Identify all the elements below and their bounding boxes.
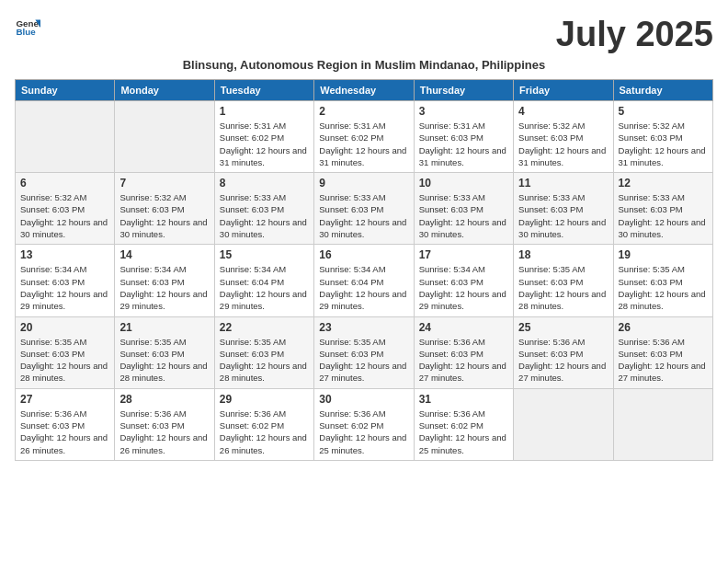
- calendar-cell: 6Sunrise: 5:32 AM Sunset: 6:03 PM Daylig…: [16, 173, 115, 245]
- calendar-cell: 31Sunrise: 5:36 AM Sunset: 6:02 PM Dayli…: [414, 388, 513, 460]
- calendar-cell: 15Sunrise: 5:34 AM Sunset: 6:04 PM Dayli…: [214, 245, 313, 316]
- calendar-cell: 24Sunrise: 5:36 AM Sunset: 6:03 PM Dayli…: [414, 316, 513, 388]
- calendar-cell: 10Sunrise: 5:33 AM Sunset: 6:03 PM Dayli…: [414, 173, 513, 245]
- day-number: 20: [20, 321, 109, 334]
- day-info: Sunrise: 5:33 AM Sunset: 6:03 PM Dayligh…: [619, 191, 708, 240]
- day-info: Sunrise: 5:35 AM Sunset: 6:03 PM Dayligh…: [20, 336, 109, 385]
- day-number: 1: [220, 105, 309, 118]
- day-number: 11: [518, 177, 608, 190]
- calendar-cell: 9Sunrise: 5:33 AM Sunset: 6:03 PM Daylig…: [314, 173, 414, 245]
- day-info: Sunrise: 5:34 AM Sunset: 6:03 PM Dayligh…: [119, 263, 209, 312]
- day-info: Sunrise: 5:31 AM Sunset: 6:02 PM Dayligh…: [319, 120, 408, 168]
- month-title: July 2025: [556, 15, 713, 54]
- day-number: 30: [319, 393, 408, 406]
- calendar-cell: 22Sunrise: 5:35 AM Sunset: 6:03 PM Dayli…: [214, 316, 313, 388]
- day-number: 2: [319, 105, 408, 118]
- day-info: Sunrise: 5:36 AM Sunset: 6:02 PM Dayligh…: [419, 408, 508, 456]
- day-info: Sunrise: 5:35 AM Sunset: 6:03 PM Dayligh…: [518, 263, 608, 312]
- weekday-header: Wednesday: [314, 80, 414, 101]
- day-info: Sunrise: 5:32 AM Sunset: 6:03 PM Dayligh…: [20, 191, 109, 240]
- calendar-cell: 26Sunrise: 5:36 AM Sunset: 6:03 PM Dayli…: [613, 316, 712, 388]
- day-number: 24: [419, 321, 508, 334]
- day-info: Sunrise: 5:35 AM Sunset: 6:03 PM Dayligh…: [619, 263, 708, 312]
- calendar-cell: 14Sunrise: 5:34 AM Sunset: 6:03 PM Dayli…: [115, 245, 214, 316]
- weekday-header: Friday: [514, 80, 613, 101]
- day-info: Sunrise: 5:34 AM Sunset: 6:03 PM Dayligh…: [20, 263, 109, 312]
- day-info: Sunrise: 5:33 AM Sunset: 6:03 PM Dayligh…: [419, 191, 508, 240]
- calendar-cell: 2Sunrise: 5:31 AM Sunset: 6:02 PM Daylig…: [314, 101, 414, 173]
- day-number: 21: [119, 321, 209, 334]
- weekday-header: Thursday: [414, 80, 513, 101]
- day-info: Sunrise: 5:32 AM Sunset: 6:03 PM Dayligh…: [119, 191, 209, 240]
- day-info: Sunrise: 5:36 AM Sunset: 6:03 PM Dayligh…: [518, 336, 608, 385]
- day-number: 17: [419, 248, 508, 261]
- day-number: 3: [419, 105, 508, 118]
- weekday-header: Monday: [115, 80, 214, 101]
- day-number: 10: [419, 177, 508, 190]
- day-number: 31: [419, 393, 508, 406]
- day-info: Sunrise: 5:36 AM Sunset: 6:02 PM Dayligh…: [319, 408, 408, 456]
- day-info: Sunrise: 5:33 AM Sunset: 6:03 PM Dayligh…: [319, 191, 408, 240]
- day-number: 23: [319, 321, 408, 334]
- calendar-cell: 12Sunrise: 5:33 AM Sunset: 6:03 PM Dayli…: [613, 173, 712, 245]
- calendar-cell: 27Sunrise: 5:36 AM Sunset: 6:03 PM Dayli…: [16, 388, 115, 460]
- day-info: Sunrise: 5:33 AM Sunset: 6:03 PM Dayligh…: [518, 191, 608, 240]
- logo: General Blue: [15, 15, 40, 40]
- day-number: 4: [518, 105, 608, 118]
- day-number: 22: [220, 321, 309, 334]
- calendar-cell: 16Sunrise: 5:34 AM Sunset: 6:04 PM Dayli…: [314, 245, 414, 316]
- calendar-cell: 13Sunrise: 5:34 AM Sunset: 6:03 PM Dayli…: [16, 245, 115, 316]
- day-info: Sunrise: 5:32 AM Sunset: 6:03 PM Dayligh…: [518, 120, 608, 168]
- header: General Blue July 2025: [15, 15, 713, 54]
- logo-icon: General Blue: [15, 15, 40, 40]
- subtitle: Blinsung, Autonomous Region in Muslim Mi…: [15, 58, 713, 72]
- calendar-cell: 1Sunrise: 5:31 AM Sunset: 6:02 PM Daylig…: [214, 101, 313, 173]
- day-info: Sunrise: 5:34 AM Sunset: 6:04 PM Dayligh…: [319, 263, 408, 312]
- calendar-cell: 11Sunrise: 5:33 AM Sunset: 6:03 PM Dayli…: [514, 173, 613, 245]
- day-number: 14: [119, 248, 209, 261]
- calendar-cell: 23Sunrise: 5:35 AM Sunset: 6:03 PM Dayli…: [314, 316, 414, 388]
- day-number: 6: [20, 177, 109, 190]
- day-number: 9: [319, 177, 408, 190]
- calendar-cell: 19Sunrise: 5:35 AM Sunset: 6:03 PM Dayli…: [613, 245, 712, 316]
- day-number: 27: [20, 393, 109, 406]
- day-info: Sunrise: 5:31 AM Sunset: 6:03 PM Dayligh…: [419, 120, 508, 168]
- weekday-header: Saturday: [613, 80, 712, 101]
- calendar-cell: 29Sunrise: 5:36 AM Sunset: 6:02 PM Dayli…: [214, 388, 313, 460]
- weekday-header: Sunday: [16, 80, 115, 101]
- calendar-cell: 21Sunrise: 5:35 AM Sunset: 6:03 PM Dayli…: [115, 316, 214, 388]
- calendar-cell: [613, 388, 712, 460]
- day-info: Sunrise: 5:36 AM Sunset: 6:03 PM Dayligh…: [119, 408, 209, 456]
- day-number: 8: [220, 177, 309, 190]
- day-info: Sunrise: 5:34 AM Sunset: 6:04 PM Dayligh…: [220, 263, 309, 312]
- day-info: Sunrise: 5:35 AM Sunset: 6:03 PM Dayligh…: [220, 336, 309, 385]
- day-info: Sunrise: 5:32 AM Sunset: 6:03 PM Dayligh…: [619, 120, 708, 168]
- day-number: 16: [319, 248, 408, 261]
- day-info: Sunrise: 5:35 AM Sunset: 6:03 PM Dayligh…: [119, 336, 209, 385]
- day-number: 25: [518, 321, 608, 334]
- day-info: Sunrise: 5:31 AM Sunset: 6:02 PM Dayligh…: [220, 120, 309, 168]
- calendar-cell: [115, 101, 214, 173]
- calendar-table: SundayMondayTuesdayWednesdayThursdayFrid…: [15, 79, 713, 461]
- calendar-cell: 25Sunrise: 5:36 AM Sunset: 6:03 PM Dayli…: [514, 316, 613, 388]
- day-info: Sunrise: 5:36 AM Sunset: 6:03 PM Dayligh…: [419, 336, 508, 385]
- calendar-cell: [514, 388, 613, 460]
- day-number: 7: [119, 177, 209, 190]
- calendar-cell: 8Sunrise: 5:33 AM Sunset: 6:03 PM Daylig…: [214, 173, 313, 245]
- day-number: 15: [220, 248, 309, 261]
- day-number: 26: [619, 321, 708, 334]
- day-number: 18: [518, 248, 608, 261]
- day-number: 28: [119, 393, 209, 406]
- calendar-cell: [16, 101, 115, 173]
- day-info: Sunrise: 5:34 AM Sunset: 6:03 PM Dayligh…: [419, 263, 508, 312]
- calendar-cell: 5Sunrise: 5:32 AM Sunset: 6:03 PM Daylig…: [613, 101, 712, 173]
- day-info: Sunrise: 5:36 AM Sunset: 6:03 PM Dayligh…: [20, 408, 109, 456]
- day-info: Sunrise: 5:35 AM Sunset: 6:03 PM Dayligh…: [319, 336, 408, 385]
- day-number: 5: [619, 105, 708, 118]
- day-info: Sunrise: 5:36 AM Sunset: 6:02 PM Dayligh…: [220, 408, 309, 456]
- day-info: Sunrise: 5:36 AM Sunset: 6:03 PM Dayligh…: [619, 336, 708, 385]
- day-info: Sunrise: 5:33 AM Sunset: 6:03 PM Dayligh…: [220, 191, 309, 240]
- svg-text:Blue: Blue: [16, 27, 36, 37]
- calendar-cell: 30Sunrise: 5:36 AM Sunset: 6:02 PM Dayli…: [314, 388, 414, 460]
- day-number: 12: [619, 177, 708, 190]
